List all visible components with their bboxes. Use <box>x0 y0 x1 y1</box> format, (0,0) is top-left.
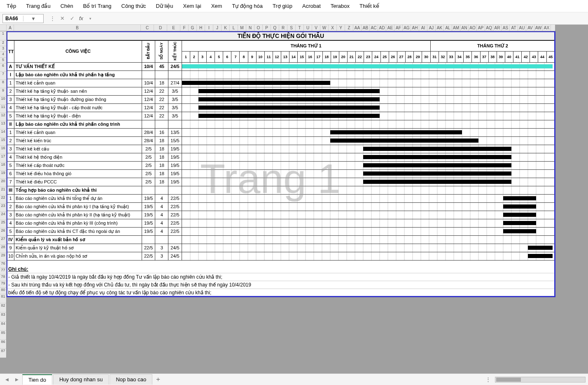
accept-icon[interactable]: ✓ <box>68 14 77 23</box>
col-header[interactable]: V <box>312 25 320 31</box>
col-header[interactable]: AW <box>534 25 543 31</box>
table-row[interactable]: IVKiểm quản lý và xuất bản hồ sơ <box>7 235 555 244</box>
menu-item-3[interactable]: Bố trí Trang <box>78 1 117 11</box>
table-row[interactable]: 1Thiết kế cảnh quan28/41613/5 <box>7 128 555 136</box>
col-header[interactable]: Z <box>345 25 353 31</box>
menu-item-10[interactable]: Acrobat <box>297 1 326 11</box>
row-header[interactable]: 11 <box>0 105 6 113</box>
col-header[interactable]: AD <box>378 25 386 31</box>
col-header[interactable]: C <box>141 25 154 31</box>
row-header[interactable]: 29 <box>0 253 6 261</box>
col-header[interactable]: J <box>213 25 222 31</box>
tab-nav-next[interactable]: ► <box>12 375 21 384</box>
menu-item-6[interactable]: Xem lại <box>178 1 206 11</box>
col-header[interactable]: P <box>263 25 271 31</box>
col-header[interactable]: AV <box>526 25 534 31</box>
menu-item-5[interactable]: Dữ liệu <box>151 1 178 11</box>
table-row[interactable]: 3Thiết kế hạ tầng kỹ thuật- đường giao t… <box>7 95 555 103</box>
col-header[interactable]: D <box>154 25 167 31</box>
col-header[interactable]: AN <box>460 25 469 31</box>
menu-item-8[interactable]: Tự động hóa <box>227 1 268 11</box>
row-header[interactable]: 80 <box>0 288 6 294</box>
col-header[interactable]: I <box>205 25 213 31</box>
row-header[interactable]: 83 <box>0 312 6 322</box>
row-header[interactable]: 6 <box>0 63 6 72</box>
table-row[interactable]: 5Thiết kế hạ tầng kỹ thuật - điện12/4223… <box>7 112 555 120</box>
chevron-down-icon[interactable]: ▾ <box>23 16 44 21</box>
menu-item-0[interactable]: Tệp <box>2 1 21 11</box>
table-row[interactable]: 4Báo cáo nghiên cứu khả thi phân kỳ III … <box>7 219 555 227</box>
dots-icon[interactable]: ⋮ <box>48 14 57 23</box>
col-header[interactable]: F <box>180 25 189 31</box>
tab-options-icon[interactable]: ⋮ <box>482 376 494 383</box>
row-header[interactable]: 87 <box>0 349 6 358</box>
row-header[interactable]: 8 <box>0 80 6 88</box>
col-header[interactable]: AX <box>543 25 551 31</box>
row-header[interactable]: 84 <box>0 322 6 331</box>
col-header[interactable]: O <box>254 25 263 31</box>
row-header[interactable]: 85 <box>0 331 6 340</box>
menu-item-1[interactable]: Trang đầu <box>21 1 56 11</box>
row-header[interactable]: 28 <box>0 245 6 253</box>
row-header[interactable]: 20 <box>0 179 6 187</box>
col-header[interactable]: AM <box>452 25 460 31</box>
row-header[interactable]: 18 <box>0 162 6 171</box>
table-row[interactable]: 1Báo cáo nghiên cứu khả thi tổng thể dự … <box>7 194 555 202</box>
row-header[interactable]: 4 <box>0 52 6 58</box>
col-header[interactable]: AU <box>518 25 526 31</box>
row-header[interactable]: 76 <box>0 261 6 268</box>
row-header[interactable]: 17 <box>0 154 6 162</box>
table-row[interactable]: 9Kiểm quản lý kỹ thuật hồ sơ22/5324/5 <box>7 244 555 252</box>
col-header[interactable]: X <box>329 25 337 31</box>
row-header[interactable]: 2 <box>0 40 6 46</box>
col-header[interactable]: S <box>287 25 296 31</box>
row-header[interactable]: 77 <box>0 268 6 275</box>
cancel-icon[interactable]: ✕ <box>58 14 67 23</box>
row-header[interactable]: 10 <box>0 96 6 105</box>
col-header[interactable]: AB <box>362 25 370 31</box>
row-header[interactable]: 78 <box>0 275 6 281</box>
gantt-table[interactable]: TTCÔNG VIỆCBẮT ĐẦUSỐ NGÀYKẾT THÚCTHÁNG T… <box>7 40 555 261</box>
col-header[interactable]: AF <box>394 25 403 31</box>
col-header[interactable]: A <box>7 25 14 31</box>
table-row[interactable]: 3Báo cáo nghiên cứu khả thi phân kỳ II (… <box>7 211 555 219</box>
table-row[interactable]: 2Báo cáo nghiên cứu khả thi phân kỳ I (h… <box>7 202 555 211</box>
row-header[interactable]: 12 <box>0 113 6 121</box>
row-header[interactable]: 9 <box>0 88 6 96</box>
tab-nav-prev[interactable]: ◄ <box>2 375 12 384</box>
col-header[interactable]: R <box>279 25 287 31</box>
col-header[interactable]: N <box>246 25 254 31</box>
sheet-tab[interactable]: Huy dong nhan su <box>53 374 109 385</box>
col-header[interactable]: AH <box>411 25 419 31</box>
row-header[interactable]: 21 <box>0 187 6 195</box>
table-row[interactable]: 4Thiết kế hệ thống điện2/51819/5 <box>7 153 555 161</box>
row-header[interactable]: 81 <box>0 294 6 303</box>
col-header[interactable]: AI <box>419 25 427 31</box>
col-header[interactable]: B <box>14 25 141 31</box>
col-header[interactable]: AA <box>353 25 362 31</box>
col-header[interactable]: AC <box>370 25 378 31</box>
col-header[interactable]: AJ <box>427 25 436 31</box>
col-header[interactable]: K <box>222 25 230 31</box>
row-header[interactable]: 79 <box>0 281 6 288</box>
col-header[interactable]: AS <box>502 25 510 31</box>
col-header[interactable]: Q <box>271 25 279 31</box>
row-header[interactable]: 16 <box>0 146 6 154</box>
row-header[interactable]: 23 <box>0 204 6 212</box>
row-header[interactable]: 27 <box>0 237 6 245</box>
name-box[interactable]: BA66 ▾ <box>2 14 44 23</box>
table-row[interactable]: 5Thiết kế cấp thoát nước2/51819/5 <box>7 161 555 169</box>
horizontal-scrollbar[interactable] <box>495 377 586 383</box>
column-headers[interactable]: ABCDEFGHIJKLMNOPQRSTUVWXYZAAABACADAEAFAG… <box>0 25 555 31</box>
chevron-down-icon[interactable]: ▾ <box>86 14 95 23</box>
sheet-tab[interactable]: Tien do <box>22 374 52 385</box>
col-header[interactable]: E <box>167 25 180 31</box>
row-header[interactable]: 19 <box>0 171 6 179</box>
table-row[interactable]: ATƯ VẤN THIẾT KẾ10/44524/5 <box>7 62 555 70</box>
menu-item-11[interactable]: Terabox <box>326 1 355 11</box>
row-header[interactable]: 15 <box>0 138 6 146</box>
row-header[interactable]: 14 <box>0 129 6 138</box>
scrollbar-thumb[interactable] <box>496 378 521 382</box>
worksheet-area[interactable]: ABCDEFGHIJKLMNOPQRSTUVWXYZAAABACADAEAFAG… <box>0 25 588 373</box>
col-header[interactable]: AE <box>386 25 394 31</box>
